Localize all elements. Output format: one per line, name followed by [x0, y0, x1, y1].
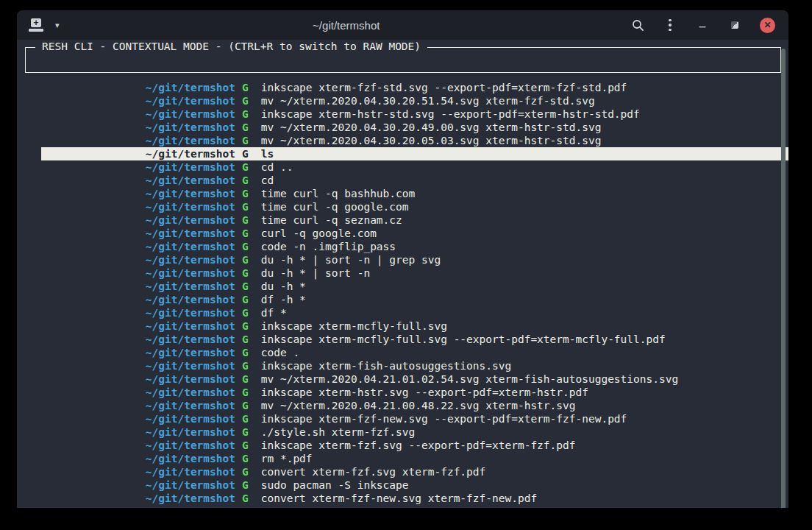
history-row[interactable]: ~/git/termshotGtime curl -q seznam.cz [41, 213, 788, 227]
terminal-content[interactable]: RESH CLI - CONTEXTUAL MODE - (CTRL+R to … [17, 47, 788, 508]
history-cwd: ~/git/termshot [41, 280, 235, 293]
history-row[interactable]: ~/git/termshotGtime curl -q bashhub.com [41, 187, 788, 200]
history-row[interactable]: ~/git/termshotGcd [41, 174, 788, 187]
history-row[interactable]: ~/git/termshotGinkscape xterm-fish-autos… [41, 359, 788, 372]
history-row[interactable]: ~/git/termshotGconvert xterm-fzf-new.svg… [41, 492, 788, 505]
git-flag: G [242, 266, 249, 280]
window-title: ~/git/termshot [63, 19, 630, 32]
git-flag: G [242, 425, 249, 439]
desktop: + ▾ ~/git/termshot – [0, 0, 812, 530]
history-command: sudo pacman -S inkscape [261, 478, 409, 492]
new-tab-icon: + [31, 18, 41, 27]
new-tab-button[interactable]: + [29, 18, 45, 32]
search-icon [632, 19, 644, 32]
history-command: ls [261, 147, 274, 160]
git-flag: G [242, 439, 249, 452]
git-flag: G [242, 333, 249, 346]
git-flag: G [242, 386, 249, 399]
history-row[interactable]: ~/git/termshotGinkscape xterm-fzf.svg --… [41, 439, 788, 452]
history-cwd: ~/git/termshot [41, 372, 235, 386]
history-row[interactable]: ~/git/termshotGinkscape xterm-mcfly-full… [41, 333, 788, 346]
git-flag: G [242, 200, 249, 213]
history-row[interactable]: ~/git/termshotGinkscape xterm-fzf-new.sv… [41, 412, 788, 425]
history-cwd: ~/git/termshot [41, 439, 235, 452]
history-cwd: ~/git/termshot [41, 319, 235, 333]
resh-search-input[interactable] [29, 51, 777, 71]
history-row[interactable]: ~/git/termshotGcurl -q google.com [41, 227, 788, 240]
history-cwd: ~/git/termshot [41, 240, 235, 253]
history-command: inkscape xterm-mcfly-full.svg --export-p… [261, 333, 666, 346]
history-row[interactable]: ~/git/termshotGtime curl -q google.com [41, 200, 788, 213]
history-row[interactable]: ~/git/termshotGdf * [41, 306, 788, 319]
history-cwd: ~/git/termshot [41, 107, 235, 121]
history-cwd: ~/git/termshot [41, 478, 235, 492]
history-row[interactable]: ~/git/termshotGdf -h * [41, 293, 788, 306]
history-cwd: ~/git/termshot [41, 200, 235, 213]
resh-header-box: RESH CLI - CONTEXTUAL MODE - (CTRL+R to … [25, 47, 781, 73]
search-button[interactable] [630, 18, 645, 32]
minimize-button[interactable]: – [695, 18, 710, 32]
restore-button[interactable] [727, 18, 742, 32]
history-cwd: ~/git/termshot [41, 399, 235, 412]
git-flag: G [242, 213, 249, 227]
history-command: du -h * | sort -n | grep svg [261, 253, 441, 266]
history-row[interactable]: ~/git/termshotGmv ~/xterm.2020.04.30.20.… [41, 94, 788, 107]
git-flag: G [242, 174, 249, 187]
git-flag: G [242, 359, 249, 372]
git-flag: G [242, 492, 249, 505]
history-cwd: ~/git/termshot [41, 293, 235, 306]
history-command: df -h * [261, 293, 306, 306]
git-flag: G [242, 81, 249, 94]
history-cwd: ~/git/termshot [41, 81, 235, 94]
history-row[interactable]: ~/git/termshotGinkscape xterm-mcfly-full… [41, 319, 788, 333]
history-cwd: ~/git/termshot [41, 359, 235, 372]
history-command: mv ~/xterm.2020.04.21.00.48.22.svg xterm… [261, 399, 576, 412]
history-cwd: ~/git/termshot [41, 452, 235, 465]
history-row[interactable]: ~/git/termshotGconvert xterm-fzf.svg xte… [41, 465, 788, 478]
git-flag: G [242, 147, 249, 160]
history-cwd: ~/git/termshot [41, 213, 235, 227]
history-row[interactable]: ~/git/termshotGinkscape xterm-hstr.svg -… [41, 386, 788, 399]
history-row[interactable]: ~/git/termshotGcd .. [41, 160, 788, 174]
history-row[interactable]: ~/git/termshotGcode -n .imgflip_pass [41, 240, 788, 253]
titlebar[interactable]: + ▾ ~/git/termshot – [17, 10, 788, 40]
history-row[interactable]: ~/git/termshotGmv ~/xterm.2020.04.21.00.… [41, 399, 788, 412]
chevron-down-icon[interactable]: ▾ [52, 18, 63, 32]
git-flag: G [242, 346, 249, 359]
history-row[interactable]: ~/git/termshotGinkscape xterm-hstr-std.s… [41, 107, 788, 121]
history-row[interactable]: ~/git/termshotGcode . [41, 346, 788, 359]
history-row[interactable]: ~/git/termshotGsudo pacman -S inkscape [41, 478, 788, 492]
history-cwd: ~/git/termshot [41, 266, 235, 280]
history-row[interactable]: ~/git/termshotGls [41, 147, 788, 160]
history-row[interactable]: ~/git/termshotGdu -h * [41, 280, 788, 293]
history-command: rm *.pdf [261, 452, 313, 465]
history-command: mv ~/xterm.2020.04.30.20.05.03.svg xterm… [261, 134, 602, 147]
history-cwd: ~/git/termshot [41, 147, 235, 160]
history-row[interactable]: ~/git/termshotGmv ~/xterm.2020.04.21.01.… [41, 372, 788, 386]
git-flag: G [242, 94, 249, 107]
close-button[interactable]: ✕ [760, 18, 775, 33]
history-row[interactable]: ~/git/termshotG./style.sh xterm-fzf.svg [41, 425, 788, 439]
history-command: du -h * [261, 280, 306, 293]
history-command: inkscape xterm-fish-autosuggestions.svg [261, 359, 511, 372]
restore-icon [731, 21, 738, 29]
history-row[interactable]: ~/git/termshotGmv ~/xterm.2020.04.30.20.… [41, 121, 788, 134]
git-flag: G [242, 134, 249, 147]
history-row[interactable]: ~/git/termshotGmv ~/xterm.2020.04.30.20.… [41, 134, 788, 147]
scrollbar[interactable] [780, 47, 788, 508]
history-row[interactable]: ~/git/termshotGrm *.pdf [41, 452, 788, 465]
history-cwd: ~/git/termshot [41, 412, 235, 425]
history-row[interactable]: ~/git/termshotGdu -h * | sort -n | grep … [41, 253, 788, 266]
history-command: convert xterm-fzf-new.svg xterm-fzf-new.… [261, 492, 537, 505]
history-row[interactable]: ~/git/termshotGdu -h * | sort -n [41, 266, 788, 280]
scrollbar-thumb[interactable] [781, 49, 786, 508]
history-command: inkscape xterm-hstr.svg --export-pdf=xte… [261, 386, 588, 399]
history-row[interactable]: ~/git/termshotGinkscape xterm-fzf-std.sv… [41, 81, 788, 94]
history-cwd: ~/git/termshot [41, 465, 235, 478]
history-cwd: ~/git/termshot [41, 174, 235, 187]
menu-button[interactable] [663, 18, 677, 32]
history-cwd: ~/git/termshot [41, 346, 235, 359]
history-command: du -h * | sort -n [261, 266, 370, 280]
history-command: cd [261, 174, 274, 187]
history-cwd: ~/git/termshot [41, 386, 235, 399]
